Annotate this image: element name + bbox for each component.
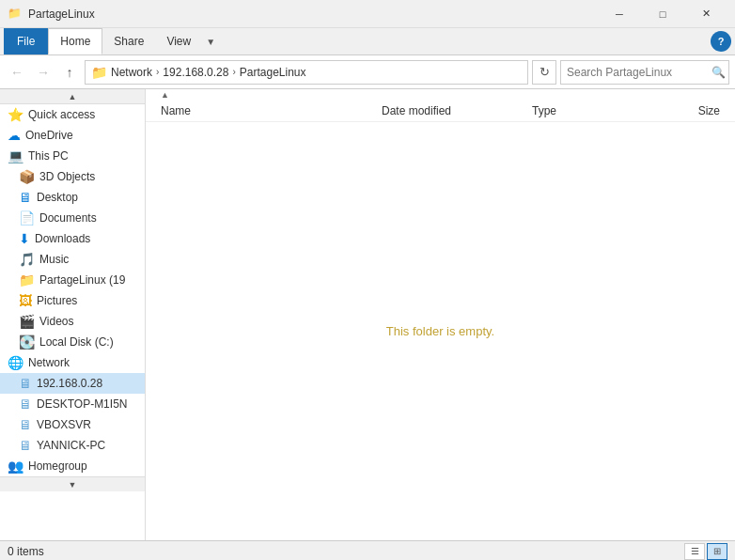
forward-button[interactable]: →	[32, 61, 55, 84]
homegroup-icon: 👥	[8, 459, 23, 474]
address-crumb-network[interactable]: Network	[111, 66, 152, 79]
sidebar-label-homegroup: Homegroup	[28, 459, 87, 473]
sidebar-item-desktop[interactable]: 🖥 Desktop	[0, 187, 145, 208]
downloads-icon: ⬇	[19, 231, 30, 246]
local-disk-icon: 💽	[19, 334, 35, 350]
col-header-name[interactable]: Name	[161, 104, 382, 117]
close-button[interactable]: ✕	[684, 0, 727, 28]
view-icons: ☰ ⊞	[684, 543, 727, 560]
column-headers: Name Date modified Type Size	[146, 101, 735, 122]
search-input[interactable]	[567, 66, 708, 79]
sidebar-item-pictures[interactable]: 🖼 Pictures	[0, 290, 145, 311]
col-header-type[interactable]: Type	[532, 104, 645, 117]
view-details-button[interactable]: ☰	[684, 543, 705, 560]
sidebar-label-music: Music	[39, 253, 69, 266]
search-bar[interactable]: 🔍	[560, 60, 729, 85]
main-container: ▲ ⭐ Quick access ☁ OneDrive 💻 This PC 📦 …	[0, 89, 735, 540]
sidebar-label-3dobjects: 3D Objects	[39, 170, 95, 183]
onedrive-icon: ☁	[8, 128, 21, 143]
maximize-button[interactable]: □	[641, 0, 684, 28]
192-icon: 🖥	[19, 376, 32, 391]
sidebar-item-3d-objects[interactable]: 📦 3D Objects	[0, 166, 145, 187]
empty-folder-message: This folder is empty.	[146, 122, 735, 540]
title-bar-left: 📁 PartageLinux	[8, 7, 95, 22]
sidebar-label-videos: Videos	[39, 315, 73, 328]
window-controls: ─ □ ✕	[598, 0, 727, 28]
sidebar-label-pictures: Pictures	[37, 294, 77, 307]
tab-file[interactable]: File	[4, 28, 48, 54]
vboxsvr-icon: 🖥	[19, 417, 32, 432]
sort-indicator-area: ▲	[146, 89, 735, 101]
address-crumb-share[interactable]: PartageLinux	[240, 66, 306, 79]
sidebar-label-onedrive: OneDrive	[25, 129, 73, 142]
ribbon-collapse-icon[interactable]: ▼	[206, 37, 215, 47]
sidebar-label-downloads: Downloads	[35, 232, 90, 245]
sidebar-item-yannick-pc[interactable]: 🖥 YANNICK-PC	[0, 435, 145, 456]
search-icon: 🔍	[712, 66, 726, 79]
minimize-button[interactable]: ─	[598, 0, 641, 28]
col-header-size[interactable]: Size	[645, 104, 720, 117]
back-button[interactable]: ←	[6, 61, 28, 84]
sidebar-label-desktop-m1i5n: DESKTOP-M1I5N	[37, 397, 127, 411]
sidebar-scroll-down[interactable]: ▼	[0, 476, 145, 491]
sidebar-label-documents: Documents	[39, 211, 97, 225]
content-area: ▲ Name Date modified Type Size This fold…	[146, 89, 735, 540]
items-count: 0 items	[8, 545, 44, 558]
3dobjects-icon: 📦	[19, 169, 35, 184]
sidebar-label-yannick-pc: YANNICK-PC	[37, 439, 105, 452]
sidebar-item-quick-access[interactable]: ⭐ Quick access	[0, 104, 145, 125]
address-folder-icon: 📁	[91, 65, 107, 80]
address-bar-area: ← → ↑ 📁 Network › 192.168.0.28 › Partage…	[0, 55, 735, 89]
app-icon: 📁	[8, 7, 23, 22]
sidebar-item-192-168-0-28[interactable]: 🖥 192.168.0.28	[0, 373, 145, 394]
sidebar-label-local-disk: Local Disk (C:)	[39, 335, 114, 349]
sort-arrow-icon: ▲	[161, 90, 169, 100]
yannick-pc-icon: 🖥	[19, 438, 32, 453]
sidebar-item-local-disk[interactable]: 💽 Local Disk (C:)	[0, 332, 145, 352]
sidebar-item-downloads[interactable]: ⬇ Downloads	[0, 228, 145, 249]
music-icon: 🎵	[19, 252, 35, 267]
ribbon: File Home Share View ▼ ?	[0, 28, 735, 55]
sidebar-item-this-pc[interactable]: 💻 This PC	[0, 146, 145, 166]
tab-home[interactable]: Home	[48, 28, 102, 54]
sidebar-item-music[interactable]: 🎵 Music	[0, 249, 145, 270]
address-crumb-ip[interactable]: 192.168.0.28	[163, 66, 228, 79]
sidebar-item-onedrive[interactable]: ☁ OneDrive	[0, 125, 145, 146]
sidebar-item-documents[interactable]: 📄 Documents	[0, 208, 145, 228]
refresh-button[interactable]: ↻	[532, 60, 556, 85]
sidebar-label-vboxsvr: VBOXSVR	[37, 418, 91, 431]
partagelinux-icon: 📁	[19, 272, 35, 288]
sidebar-item-network[interactable]: 🌐 Network	[0, 352, 145, 373]
sidebar: ▲ ⭐ Quick access ☁ OneDrive 💻 This PC 📦 …	[0, 89, 146, 540]
sidebar-label-quick-access: Quick access	[28, 108, 95, 121]
sidebar-item-videos[interactable]: 🎬 Videos	[0, 311, 145, 332]
quick-access-icon: ⭐	[8, 107, 23, 122]
this-pc-icon: 💻	[8, 148, 23, 163]
sidebar-label-partagelinux: PartageLinux (19	[39, 273, 125, 287]
sidebar-label-192: 192.168.0.28	[37, 377, 102, 390]
window-title: PartageLinux	[28, 8, 95, 21]
sidebar-item-partagelinux[interactable]: 📁 PartageLinux (19	[0, 270, 145, 290]
status-bar: 0 items ☰ ⊞	[0, 540, 735, 560]
desktop-m1i5n-icon: 🖥	[19, 397, 32, 412]
address-bar[interactable]: 📁 Network › 192.168.0.28 › PartageLinux	[85, 60, 528, 85]
videos-icon: 🎬	[19, 314, 35, 329]
sidebar-item-homegroup[interactable]: 👥 Homegroup	[0, 456, 145, 476]
title-bar: 📁 PartageLinux ─ □ ✕	[0, 0, 735, 28]
col-header-date[interactable]: Date modified	[382, 104, 532, 117]
sidebar-label-this-pc: This PC	[28, 149, 69, 163]
sidebar-label-desktop: Desktop	[37, 191, 78, 204]
tab-view[interactable]: View	[155, 28, 202, 54]
sidebar-scroll-up[interactable]: ▲	[0, 89, 145, 104]
sidebar-label-network: Network	[28, 356, 70, 369]
sidebar-item-desktop-m1i5n[interactable]: 🖥 DESKTOP-M1I5N	[0, 394, 145, 414]
pictures-icon: 🖼	[19, 293, 32, 308]
tab-share[interactable]: Share	[102, 28, 155, 54]
view-large-icons-button[interactable]: ⊞	[707, 543, 727, 560]
network-icon: 🌐	[8, 355, 23, 370]
help-button[interactable]: ?	[711, 31, 731, 52]
up-button[interactable]: ↑	[58, 61, 81, 84]
address-sep-2: ›	[232, 67, 235, 77]
sidebar-item-vboxsvr[interactable]: 🖥 VBOXSVR	[0, 414, 145, 435]
desktop-icon: 🖥	[19, 190, 32, 205]
